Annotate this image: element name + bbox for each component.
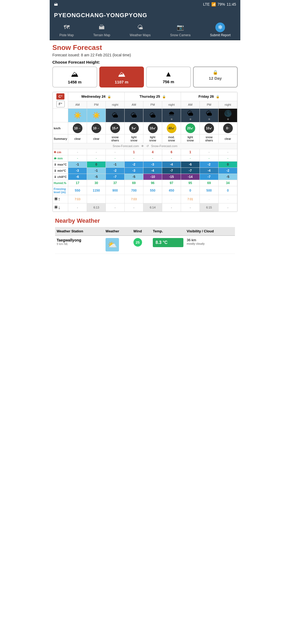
fahrenheit-button[interactable]: F°: [56, 101, 65, 107]
height-12day[interactable]: 🔒 12 Day: [193, 67, 238, 87]
wind-label: km/h: [53, 122, 68, 134]
app-logo-icon: 🏔: [54, 2, 58, 6]
snow-cm-1: -: [87, 149, 106, 155]
rain-mm-4: -: [143, 155, 162, 162]
sunset-8: -: [219, 203, 237, 212]
watermark: Snow-Forecast.com ❄ ↺ Snow-Forecast.com: [53, 143, 237, 149]
rain-mm-3: -: [125, 155, 143, 162]
rain-mm-2: -: [106, 155, 125, 162]
period-5: night: [162, 101, 181, 108]
rain-mm-1: -: [87, 155, 106, 162]
period-2: night: [106, 101, 125, 108]
weather-icon-7: 🌥❄: [200, 109, 219, 122]
height-756[interactable]: ▲ 756 m: [146, 67, 191, 87]
sunrise-label: ☀↑: [53, 195, 68, 203]
sunset-3: -: [125, 203, 143, 212]
min-temp-7: -4: [200, 168, 219, 174]
sunrise-1: -: [87, 195, 106, 203]
terrain-map-icon: 🏔: [97, 23, 107, 32]
humid-2: 37: [106, 180, 125, 186]
celsius-button[interactable]: C°: [56, 93, 65, 100]
freeze-4: 550: [143, 186, 162, 195]
freeze-5: 450: [162, 186, 181, 195]
summary-label: Summary: [53, 134, 68, 143]
max-temp-label: 🌡 max°C: [53, 162, 68, 168]
weather-icon-2: 🌥: [106, 109, 125, 122]
max-temp-0: -1: [68, 162, 87, 168]
sunrise-2: -: [106, 195, 125, 203]
weather-thumbnail: ⛅: [106, 238, 119, 251]
friday-lock-icon: 🔒: [216, 95, 220, 98]
weather-icon-8: 🌑❄: [219, 109, 237, 122]
chill-temp-3: -5: [125, 174, 143, 180]
period-4: PM: [143, 101, 162, 108]
weather-icon-5: 🌧❄: [162, 109, 181, 122]
chill-temp-2: -7: [106, 174, 125, 180]
submit-report-icon: ❄: [215, 23, 225, 32]
freeze-0: 550: [68, 186, 87, 195]
snow-cm-8: -: [219, 149, 237, 155]
max-temp-6: -6: [181, 162, 200, 168]
max-temp-4: -3: [143, 162, 162, 168]
wind-speed-3: 5↙: [125, 122, 143, 134]
min-temp-1: -1: [87, 168, 106, 174]
humid-3: 69: [125, 180, 143, 186]
station-wind-cell: 25: [132, 236, 151, 254]
min-temp-4: -4: [143, 168, 162, 174]
chill-temp-6: -14: [181, 174, 200, 180]
battery-level: 79%: [218, 2, 225, 6]
main-content: Snow Forecast Forecast issued: 8 am 22 F…: [50, 40, 240, 257]
nav-snow-camera[interactable]: 📷 Snow Camera: [170, 23, 190, 37]
sunset-0: -: [68, 203, 87, 212]
nav-submit-report[interactable]: ❄ Submit Report: [210, 23, 231, 37]
station-name-cell: Taegwallyong 9 km NE: [55, 236, 104, 254]
station-distance: 9 km NE: [57, 242, 102, 246]
period-8: night: [219, 101, 237, 108]
freeze-label: Freezinglevel (m): [53, 186, 68, 195]
col-weather: Weather: [104, 227, 132, 236]
wind-speed-4: 10↙: [143, 122, 162, 134]
max-temp-2: -1: [106, 162, 125, 168]
thursday-lock-icon: 🔒: [162, 95, 166, 98]
signal-bars-icon: 📶: [211, 2, 216, 6]
min-temp-0: -3: [68, 168, 87, 174]
humid-7: 69: [200, 180, 219, 186]
nav-weather-maps[interactable]: 🌤 Weather Maps: [130, 23, 151, 37]
chill-temp-1: -5: [87, 174, 106, 180]
snow-cm-0: -: [68, 149, 87, 155]
summary-3: light snow: [125, 134, 143, 143]
snow-cm-2: -: [106, 149, 125, 155]
nearby-weather-table: Weather Station Weather Wind Temp. Visib…: [55, 227, 235, 254]
sunset-label: ☀↓: [53, 203, 68, 212]
wind-speed-2: 15↗: [106, 122, 125, 134]
sunrise-6: 7:01: [181, 195, 200, 203]
station-name: Taegwallyong: [57, 238, 102, 242]
summary-2: snow shwrs: [106, 134, 125, 143]
nav-piste-map[interactable]: 🗺 Piste Map: [59, 23, 74, 37]
mountain-icon-2: ⛰: [118, 70, 125, 79]
chill-label: 🌡 chill°C: [53, 174, 68, 180]
forecast-table: C° F° Wednesday 24 🔒 Thursday 25 🔒 Frida…: [53, 92, 237, 212]
height-1107[interactable]: ⛰ 1107 m: [99, 67, 144, 87]
col-station: Weather Station: [55, 227, 104, 236]
period-1: PM: [87, 101, 106, 108]
mountain-icon-3: ▲: [165, 70, 172, 78]
freeze-3: 700: [125, 186, 143, 195]
rain-mm-label: 🌧 mm: [53, 155, 68, 162]
sunrise-8: -: [219, 195, 237, 203]
snow-cm-4: 4: [143, 149, 162, 155]
weather-maps-icon: 🌤: [135, 23, 145, 32]
weather-icon-3: 🌥: [125, 109, 143, 122]
humid-label: Humid.%: [53, 180, 68, 186]
nav-terrain-map[interactable]: 🏔 Terrain Map: [93, 23, 110, 37]
sunset-4: 6:14: [143, 203, 162, 212]
height-1458[interactable]: ⛰ 1458 m: [52, 67, 97, 87]
sunset-1: 6:13: [87, 203, 106, 212]
max-temp-8: 0: [219, 162, 237, 168]
lock-icon: 🔒: [213, 70, 218, 75]
rain-mm-8: -: [219, 155, 237, 162]
nearby-weather-section: Nearby Weather Weather Station Weather W…: [52, 217, 238, 254]
summary-8: clear: [219, 134, 237, 143]
snow-cm-7: -: [200, 149, 219, 155]
weather-thumb-icon: ⛅: [108, 240, 117, 249]
